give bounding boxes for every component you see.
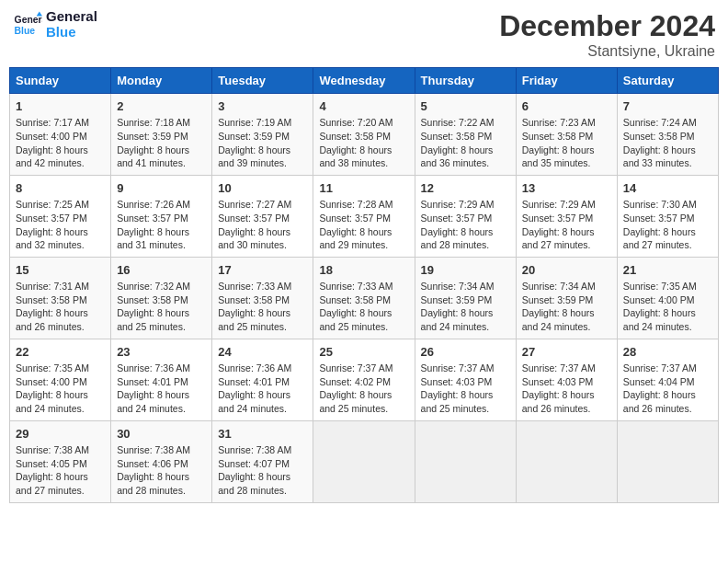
day-info: and 25 minutes. [319, 402, 408, 416]
day-info: Daylight: 8 hours [16, 144, 105, 157]
day-info: Sunset: 3:57 PM [421, 212, 510, 225]
day-info: Sunrise: 7:34 AM [421, 280, 510, 293]
calendar-cell: 6Sunrise: 7:23 AMSunset: 3:58 PMDaylight… [516, 94, 617, 176]
day-info: Sunrise: 7:38 AM [218, 443, 307, 457]
day-info: Daylight: 8 hours [623, 388, 712, 402]
day-info: Daylight: 8 hours [522, 144, 611, 157]
day-info: Sunrise: 7:30 AM [623, 198, 712, 212]
calendar-cell: 2Sunrise: 7:18 AMSunset: 3:59 PMDaylight… [111, 94, 212, 176]
day-info: Sunrise: 7:25 AM [16, 198, 105, 212]
day-info: and 27 minutes. [522, 238, 611, 252]
day-info: and 24 minutes. [218, 402, 307, 416]
day-info: Daylight: 8 hours [218, 144, 307, 157]
day-info: Sunrise: 7:37 AM [421, 362, 510, 375]
day-info: Sunset: 4:00 PM [16, 130, 105, 144]
day-number: 30 [117, 426, 206, 442]
day-info: Daylight: 8 hours [522, 225, 611, 239]
weekday-header: Monday [111, 68, 212, 94]
calendar-cell: 9Sunrise: 7:26 AMSunset: 3:57 PMDaylight… [111, 175, 212, 257]
day-info: Sunset: 4:02 PM [319, 375, 408, 389]
day-info: Sunrise: 7:37 AM [522, 362, 611, 375]
calendar-cell: 19Sunrise: 7:34 AMSunset: 3:59 PMDayligh… [415, 257, 516, 339]
day-info: and 29 minutes. [319, 238, 408, 252]
day-info: Daylight: 8 hours [218, 470, 307, 484]
day-info: and 36 minutes. [421, 156, 510, 170]
day-number: 3 [218, 98, 307, 115]
day-number: 25 [319, 344, 408, 361]
day-info: Sunrise: 7:19 AM [218, 116, 307, 130]
day-number: 7 [623, 98, 712, 115]
day-info: Sunrise: 7:37 AM [319, 362, 408, 375]
calendar-cell: 20Sunrise: 7:34 AMSunset: 3:59 PMDayligh… [516, 257, 617, 339]
day-number: 26 [421, 344, 510, 361]
day-number: 18 [319, 262, 408, 279]
svg-marker-2 [37, 11, 42, 16]
day-number: 5 [421, 98, 510, 115]
logo-line2: Blue [46, 25, 97, 40]
day-info: Daylight: 8 hours [623, 144, 712, 157]
day-info: Sunrise: 7:36 AM [218, 362, 307, 375]
calendar-cell [313, 420, 415, 502]
day-info: Daylight: 8 hours [117, 388, 206, 402]
day-info: Sunrise: 7:29 AM [522, 198, 611, 212]
day-info: and 24 minutes. [16, 402, 105, 416]
day-info: Daylight: 8 hours [218, 306, 307, 320]
day-info: and 31 minutes. [117, 238, 206, 252]
day-info: Sunset: 3:58 PM [623, 130, 712, 144]
day-info: Daylight: 8 hours [218, 225, 307, 239]
day-info: Daylight: 8 hours [117, 306, 206, 320]
day-number: 6 [522, 98, 611, 115]
calendar-cell [415, 420, 516, 502]
calendar-cell: 4Sunrise: 7:20 AMSunset: 3:58 PMDaylight… [313, 94, 415, 176]
day-info: Daylight: 8 hours [623, 225, 712, 239]
day-info: Sunrise: 7:29 AM [421, 198, 510, 212]
day-info: and 24 minutes. [421, 320, 510, 334]
day-number: 1 [16, 98, 105, 115]
page-header: General Blue General Blue December 2024 … [9, 9, 719, 60]
calendar-cell: 12Sunrise: 7:29 AMSunset: 3:57 PMDayligh… [415, 175, 516, 257]
calendar-week-row: 8Sunrise: 7:25 AMSunset: 3:57 PMDaylight… [10, 175, 719, 257]
weekday-header: Saturday [617, 68, 718, 94]
day-info: Sunrise: 7:33 AM [218, 280, 307, 293]
month-year: December 2024 [499, 9, 715, 43]
calendar-cell: 27Sunrise: 7:37 AMSunset: 4:03 PMDayligh… [516, 339, 617, 420]
day-number: 24 [218, 344, 307, 361]
day-info: Sunrise: 7:27 AM [218, 198, 307, 212]
day-info: and 28 minutes. [218, 484, 307, 498]
day-info: Sunset: 4:00 PM [16, 375, 105, 389]
day-info: and 42 minutes. [16, 156, 105, 170]
day-info: Sunset: 3:59 PM [117, 130, 206, 144]
title-block: December 2024 Stantsiyne, Ukraine [499, 9, 715, 60]
day-info: Sunset: 3:57 PM [623, 212, 712, 225]
calendar-cell: 30Sunrise: 7:38 AMSunset: 4:06 PMDayligh… [111, 420, 212, 502]
day-info: and 28 minutes. [117, 484, 206, 498]
calendar-week-row: 15Sunrise: 7:31 AMSunset: 3:58 PMDayligh… [10, 257, 719, 339]
day-info: Sunset: 3:58 PM [421, 130, 510, 144]
day-number: 19 [421, 262, 510, 279]
day-info: Daylight: 8 hours [117, 144, 206, 157]
day-info: Sunrise: 7:37 AM [623, 362, 712, 375]
day-number: 2 [117, 98, 206, 115]
day-info: Daylight: 8 hours [16, 306, 105, 320]
weekday-header: Tuesday [212, 68, 313, 94]
day-info: Daylight: 8 hours [522, 306, 611, 320]
day-info: Sunset: 4:03 PM [522, 375, 611, 389]
day-info: Sunrise: 7:31 AM [16, 280, 105, 293]
day-info: Sunset: 3:59 PM [522, 293, 611, 307]
day-info: Sunset: 4:05 PM [16, 457, 105, 471]
calendar-cell [516, 420, 617, 502]
day-info: Daylight: 8 hours [319, 388, 408, 402]
day-info: Sunrise: 7:38 AM [16, 443, 105, 457]
day-info: Sunrise: 7:35 AM [623, 280, 712, 293]
svg-text:General: General [15, 15, 42, 25]
day-info: Sunset: 4:06 PM [117, 457, 206, 471]
day-info: Daylight: 8 hours [421, 306, 510, 320]
day-number: 20 [522, 262, 611, 279]
day-info: and 24 minutes. [117, 402, 206, 416]
calendar-week-row: 22Sunrise: 7:35 AMSunset: 4:00 PMDayligh… [10, 339, 719, 420]
calendar-cell: 16Sunrise: 7:32 AMSunset: 3:58 PMDayligh… [111, 257, 212, 339]
calendar-cell: 13Sunrise: 7:29 AMSunset: 3:57 PMDayligh… [516, 175, 617, 257]
day-info: Sunrise: 7:28 AM [319, 198, 408, 212]
calendar-cell: 18Sunrise: 7:33 AMSunset: 3:58 PMDayligh… [313, 257, 415, 339]
day-number: 21 [623, 262, 712, 279]
